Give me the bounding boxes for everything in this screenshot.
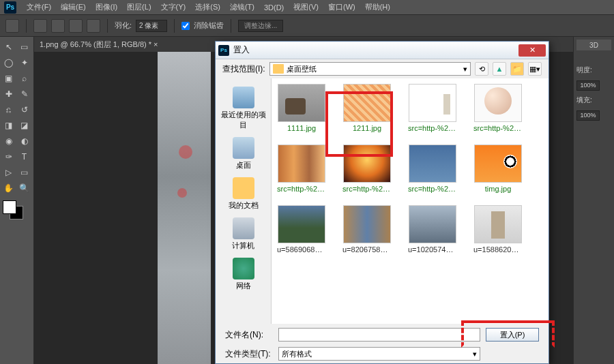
file-item[interactable]: src=http-%2F%...: [408, 84, 457, 132]
filename-input[interactable]: [278, 328, 480, 342]
thumbnail-icon: [409, 205, 456, 243]
file-item[interactable]: src=http-%2F%...: [408, 145, 457, 193]
thumbnail-icon: [343, 145, 391, 183]
sidebar-network[interactable]: 网络: [220, 255, 267, 294]
fg-color[interactable]: [3, 200, 16, 214]
file-item[interactable]: 1211.jpg: [342, 84, 392, 132]
filetype-dropdown[interactable]: 所有格式 ▾: [278, 347, 480, 361]
menu-3d[interactable]: 3D(D): [259, 3, 289, 12]
color-swatch[interactable]: [1, 200, 29, 221]
menu-help[interactable]: 帮助(H): [360, 2, 395, 12]
eraser-tool-icon[interactable]: ◨: [1, 118, 16, 132]
lasso-tool-icon[interactable]: ◯: [1, 55, 16, 70]
menu-type[interactable]: 文字(Y): [156, 2, 191, 12]
feather-input[interactable]: [136, 20, 167, 32]
antialias-checkbox[interactable]: [181, 22, 190, 30]
file-item[interactable]: u=586906862,...: [277, 205, 326, 254]
selection-new-icon[interactable]: [33, 19, 47, 33]
right-panel: 3D 明度: 填充:: [573, 37, 614, 364]
crop-tool-icon[interactable]: ▣: [1, 71, 16, 85]
file-item[interactable]: 1111.jpg: [277, 84, 326, 132]
nav-back-icon[interactable]: ⟲: [475, 62, 488, 76]
selection-intersect-icon[interactable]: [87, 19, 100, 33]
blur-tool-icon[interactable]: ◉: [1, 134, 16, 148]
file-item[interactable]: u=102057406...: [408, 205, 457, 254]
opacity-input[interactable]: [576, 80, 600, 91]
thumbnail-icon: [278, 84, 325, 122]
folder-icon: [273, 64, 284, 74]
heal-tool-icon[interactable]: ✚: [1, 87, 16, 101]
canvas-image: [158, 52, 211, 364]
selection-add-icon[interactable]: [51, 19, 65, 33]
shape-tool-icon[interactable]: ▭: [17, 165, 31, 179]
gradient-tool-icon[interactable]: ◪: [17, 118, 31, 132]
file-list: 1111.jpg 1211.jpg src=http-%2F%... src=h…: [272, 78, 549, 324]
file-item[interactable]: u=158862091...: [473, 205, 523, 254]
opacity-label: 明度:: [576, 65, 592, 75]
menu-edit[interactable]: 编辑(E): [56, 2, 91, 12]
place-button[interactable]: 置入(P): [486, 328, 539, 342]
antialias-label: 消除锯齿: [194, 20, 224, 31]
lookin-label: 查找范围(I):: [222, 63, 265, 75]
sidebar-recent[interactable]: 最近使用的项目: [220, 84, 267, 133]
thumbnail-icon: [343, 84, 391, 122]
zoom-tool-icon[interactable]: 🔍: [17, 181, 31, 195]
file-item[interactable]: src=http-%2F%...: [473, 84, 523, 132]
documents-icon: [233, 177, 254, 199]
thumbnail-icon: [278, 205, 325, 243]
fill-label: 填充:: [576, 95, 592, 105]
location-text: 桌面壁纸: [287, 64, 317, 74]
thumbnail-icon: [343, 205, 391, 243]
dialog-title: 置入: [233, 44, 518, 56]
type-tool-icon[interactable]: T: [17, 149, 31, 164]
toolbox: ↖ ▭ ◯ ✦ ▣ ⌕ ✚ ✎ ⎌ ↺ ◨ ◪ ◉ ◐ ✑ T ▷ ▭ ✋ 🔍: [0, 37, 34, 364]
sidebar-documents[interactable]: 我的文档: [220, 175, 267, 213]
pen-tool-icon[interactable]: ✑: [1, 149, 16, 164]
new-folder-icon[interactable]: 📁: [510, 62, 524, 76]
menu-window[interactable]: 窗口(W): [323, 2, 360, 12]
feather-label: 羽化:: [115, 20, 132, 31]
ps-logo: Ps: [4, 1, 16, 14]
brush-tool-icon[interactable]: ✎: [17, 87, 31, 101]
menu-filter[interactable]: 滤镜(T): [225, 2, 259, 12]
menu-image[interactable]: 图像(I): [91, 2, 122, 12]
thumbnail-icon: [474, 145, 522, 183]
menu-layer[interactable]: 图层(L): [122, 2, 156, 12]
dialog-close-button[interactable]: ✕: [518, 44, 546, 57]
dialog-toolbar: 查找范围(I): 桌面壁纸 ▾ ⟲ ▲ 📁 ▦▾: [216, 59, 549, 78]
refine-edge-button[interactable]: 调整边缘...: [238, 20, 283, 32]
fill-input[interactable]: [576, 110, 600, 121]
file-item[interactable]: u=820675813,...: [342, 205, 392, 254]
thumbnail-icon: [474, 84, 522, 122]
path-tool-icon[interactable]: ▷: [1, 165, 16, 179]
file-item[interactable]: src=http-%2F%...: [277, 145, 326, 193]
menubar: Ps 文件(F) 编辑(E) 图像(I) 图层(L) 文字(Y) 选择(S) 滤…: [0, 0, 614, 15]
menu-file[interactable]: 文件(F): [22, 2, 56, 12]
nav-up-icon[interactable]: ▲: [493, 62, 506, 76]
menu-view[interactable]: 视图(V): [289, 2, 323, 12]
sidebar-desktop[interactable]: 桌面: [220, 134, 267, 173]
hand-tool-icon[interactable]: ✋: [1, 181, 16, 195]
menu-select[interactable]: 选择(S): [190, 2, 225, 12]
sidebar-computer[interactable]: 计算机: [220, 215, 267, 254]
thumbnail-icon: [474, 205, 522, 243]
thumbnail-icon: [409, 145, 456, 183]
marquee-tool-icon[interactable]: ▭: [17, 40, 31, 54]
current-tool-icon[interactable]: [5, 19, 19, 33]
move-tool-icon[interactable]: ↖: [1, 40, 16, 54]
wand-tool-icon[interactable]: ✦: [17, 55, 31, 70]
thumbnail-icon: [409, 84, 456, 122]
history-brush-icon[interactable]: ↺: [17, 102, 31, 117]
stamp-tool-icon[interactable]: ⎌: [1, 102, 16, 117]
dodge-tool-icon[interactable]: ◐: [17, 134, 31, 148]
options-bar: 羽化: 消除锯齿 调整边缘...: [0, 15, 614, 37]
selection-subtract-icon[interactable]: [69, 19, 83, 33]
file-item[interactable]: src=http-%2F%...: [342, 145, 392, 193]
panel-3d-tab[interactable]: 3D: [576, 40, 611, 50]
location-dropdown[interactable]: 桌面壁纸 ▾: [269, 62, 471, 76]
filename-label: 文件名(N):: [225, 329, 273, 341]
view-mode-icon[interactable]: ▦▾: [528, 62, 542, 76]
file-item[interactable]: timg.jpg: [473, 145, 523, 193]
eyedropper-tool-icon[interactable]: ⌕: [17, 71, 31, 85]
dialog-titlebar[interactable]: Ps 置入 ✕: [216, 42, 549, 59]
